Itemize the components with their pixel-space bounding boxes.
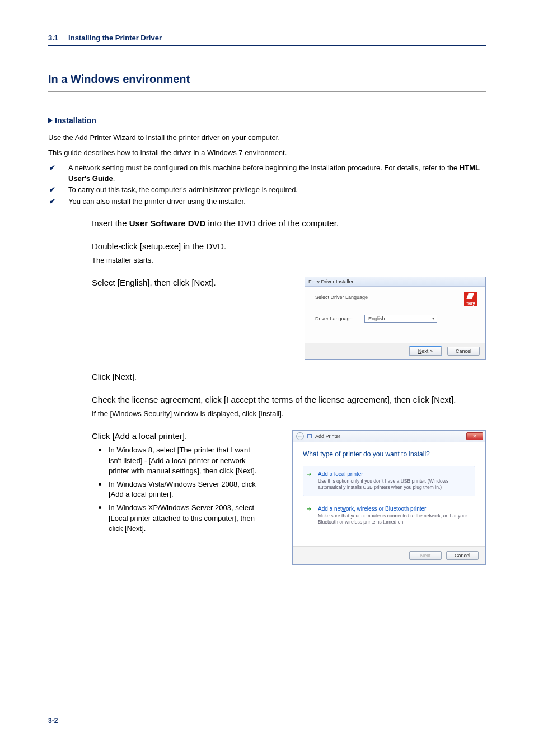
page-number: 3-2: [48, 717, 58, 725]
triangle-icon: [48, 118, 53, 123]
step-text: Click [Next].: [92, 371, 486, 382]
text: ocal printer: [335, 471, 363, 477]
fiery-installer-screenshot: Fiery Driver Installer fiery Select Driv…: [305, 277, 486, 360]
dialog-heading: Select Driver Language: [315, 295, 475, 300]
dvd-name: User Software DVD: [129, 218, 206, 228]
title-rule: [48, 91, 486, 92]
step-2: Double-click [setup.exe] in the DVD. The…: [92, 240, 486, 265]
step-subtext: The installer starts.: [92, 255, 486, 265]
printer-icon: [307, 434, 312, 438]
subheading-text: Installation: [55, 116, 96, 125]
text: Add a net: [318, 506, 342, 512]
next-button[interactable]: Next: [409, 551, 442, 560]
add-network-printer-option[interactable]: Add a network, wireless or Bluetooth pri…: [303, 501, 475, 530]
step-1: Insert the User Software DVD into the DV…: [92, 217, 486, 229]
dialog-question: What type of printer do you want to inst…: [303, 450, 475, 458]
text: Add a: [318, 471, 334, 477]
text: Insert the: [92, 218, 129, 228]
option-description: Use this option only if you don't have a…: [318, 478, 469, 491]
step-4: Click [Next].: [92, 371, 486, 382]
intro-paragraph-2: This guide describes how to install the …: [48, 148, 486, 158]
section-title: Installing the Printer Driver: [68, 34, 162, 42]
language-dropdown[interactable]: English: [364, 315, 437, 323]
text: into the DVD drive of the computer.: [205, 218, 339, 228]
fiery-logo-icon: fiery: [464, 292, 477, 306]
text: .: [113, 174, 115, 183]
list-item: You can also install the printer driver …: [48, 197, 486, 207]
os-variant-list: In Windows 8, select [The printer that I…: [92, 445, 260, 534]
text: A network setting must be configured on …: [68, 164, 460, 172]
step-subtext: If the [Windows Security] window is disp…: [92, 409, 486, 419]
list-item: In Windows 8, select [The printer that I…: [92, 445, 260, 476]
subheading: Installation: [48, 116, 486, 125]
step-text: Click [Add a local printer].: [92, 430, 260, 442]
list-item: In Windows Vista/Windows Server 2008, cl…: [92, 479, 260, 500]
prerequisite-list: A network setting must be configured on …: [48, 163, 486, 207]
mnemonic: w: [342, 506, 346, 512]
header-rule: [48, 45, 486, 46]
text: ork, wireless or Bluetooth printer: [346, 506, 426, 512]
back-icon[interactable]: ←: [296, 432, 304, 440]
page-title: In a Windows environment: [48, 73, 486, 86]
list-item: In Windows XP/Windows Server 2003, selec…: [92, 503, 260, 534]
add-printer-screenshot: ← Add Printer ✕ What type of printer do …: [292, 430, 486, 564]
intro-paragraph-1: Use the Add Printer Wizard to install th…: [48, 133, 486, 143]
cancel-button[interactable]: Cancel: [447, 347, 480, 356]
list-item: A network setting must be configured on …: [48, 163, 486, 184]
close-icon[interactable]: ✕: [466, 432, 483, 440]
text: ext: [424, 553, 430, 558]
step-text: Check the license agreement, click [I ac…: [92, 394, 486, 405]
section-number: 3.1: [48, 34, 58, 42]
step-text: Double-click [setup.exe] in the DVD.: [92, 240, 486, 252]
step-text: Select [English], then click [Next].: [92, 277, 260, 288]
next-button[interactable]: Next >: [409, 347, 442, 356]
window-title: Add Printer: [315, 433, 340, 439]
window-title: Fiery Driver Installer: [305, 277, 485, 287]
cancel-button[interactable]: Cancel: [446, 551, 479, 560]
add-local-printer-option[interactable]: Add a local printer Use this option only…: [303, 466, 475, 496]
step-5: Check the license agreement, click [I ac…: [92, 394, 486, 419]
step-3: Select [English], then click [Next]. Fie…: [92, 277, 486, 360]
driver-language-label: Driver Language: [315, 316, 354, 321]
list-item: To carry out this task, the computer's a…: [48, 185, 486, 195]
text: ext >: [421, 348, 433, 354]
option-description: Make sure that your computer is connecte…: [318, 513, 469, 525]
step-6: Click [Add a local printer]. In Windows …: [92, 430, 486, 564]
